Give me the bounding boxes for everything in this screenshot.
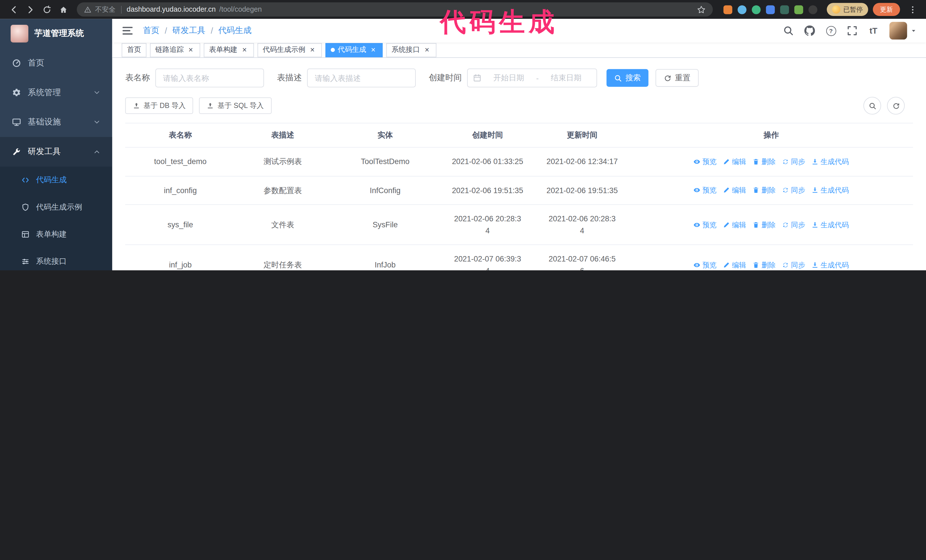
action-download[interactable]: 生成代码 [812,260,849,270]
tags-view: 首页 链路追踪× 表单构建× 代码生成示例× 代码生成× 系统接口× [112,42,926,58]
action-eye[interactable]: 预览 [693,185,717,195]
sidebar-item-infra[interactable]: 基础设施 [0,107,112,137]
column-header: 表名称 [125,123,235,147]
profile-chip[interactable]: 已暂停 [827,3,868,16]
action-edit[interactable]: 编辑 [723,185,746,195]
close-icon[interactable]: × [241,46,249,54]
sidebar-item-label: 系统接口 [36,257,67,267]
action-edit[interactable]: 编辑 [723,219,746,230]
sidebar-item-system-api[interactable]: 系统接口 [0,248,112,270]
sidebar-item-system[interactable]: 系统管理 [0,78,112,108]
home-button[interactable] [56,2,71,17]
page-content: 表名称 表描述 创建时间 开始日期 - 结束日期 搜索 [112,58,926,270]
security-label: 不安全 [95,5,116,14]
action-sync[interactable]: 同步 [782,219,805,230]
github-icon[interactable] [804,25,815,36]
user-menu[interactable] [889,22,916,39]
fullscreen-icon[interactable] [847,25,857,36]
refresh-table-button[interactable] [887,97,905,115]
breadcrumb-current: 代码生成 [218,25,251,36]
reload-icon [42,5,51,14]
sidebar-item-label: 表单构建 [36,229,67,240]
wrench-icon [12,147,21,156]
close-icon[interactable]: × [423,46,431,54]
tag-tracing[interactable]: 链路追踪× [150,43,200,57]
forward-button[interactable] [23,2,38,17]
caret-down-icon [911,28,917,34]
action-eye[interactable]: 预览 [693,219,717,230]
date-range-picker[interactable]: 开始日期 - 结束日期 [467,68,597,87]
sidebar-item-label: 代码生成 [36,175,67,186]
action-edit[interactable]: 编辑 [723,260,746,270]
hamburger-icon[interactable] [122,25,133,36]
update-button[interactable]: 更新 [873,3,900,16]
app-logo[interactable]: 芋道管理系统 [0,19,112,48]
font-size-icon[interactable]: tT [868,25,879,36]
sidebar-item-home[interactable]: 首页 [0,48,112,78]
action-sync[interactable]: 同步 [782,185,805,195]
warning-icon [84,6,91,14]
tag-home[interactable]: 首页 [122,43,147,57]
start-date-placeholder: 开始日期 [484,72,534,83]
action-trash[interactable]: 删除 [752,260,776,270]
tag-system-api[interactable]: 系统接口× [386,43,436,57]
extension-icon-5[interactable] [780,5,789,14]
tag-codegen-example[interactable]: 代码生成示例× [257,43,322,57]
extension-icon-2[interactable] [738,5,746,14]
extension-icon-4[interactable] [766,5,775,14]
extension-icon-6[interactable] [794,5,803,14]
back-button[interactable] [6,2,21,17]
action-eye[interactable]: 预览 [693,260,717,270]
close-icon[interactable]: × [308,46,316,54]
reset-button[interactable]: 重置 [656,69,699,87]
eye-icon [693,158,701,165]
search-icon[interactable] [783,25,793,36]
action-eye[interactable]: 预览 [693,156,717,167]
action-download[interactable]: 生成代码 [812,185,849,195]
cell-updated-time: 2021-02-07 06:46:5 6 [535,245,629,270]
reset-button-label: 重置 [675,72,690,83]
url-path: /tool/codegen [219,5,262,14]
import-db-button[interactable]: 基于 DB 导入 [125,97,193,114]
dashboard-icon [12,58,21,68]
action-download[interactable]: 生成代码 [812,219,849,230]
table-name-label: 表名称 [125,72,150,83]
sidebar-item-form-builder[interactable]: 表单构建 [0,221,112,248]
sidebar-item-codegen-example[interactable]: 代码生成示例 [0,194,112,221]
search-button[interactable]: 搜索 [607,69,649,87]
cell-table-name: inf_config [125,176,235,204]
sync-icon [782,221,789,228]
sidebar-item-devtools[interactable]: 研发工具 [0,137,112,167]
row-actions: 预览编辑删除同步生成代码 [629,260,913,270]
action-sync[interactable]: 同步 [782,260,805,270]
cell-entity: ToolTestDemo [330,148,440,175]
table-desc-input[interactable] [307,68,416,87]
action-sync[interactable]: 同步 [782,156,805,167]
toggle-search-button[interactable] [863,97,881,115]
close-icon[interactable]: × [187,46,195,54]
sidebar-item-codegen[interactable]: 代码生成 [0,167,112,194]
action-download[interactable]: 生成代码 [812,156,849,167]
extension-icon-3[interactable] [752,5,761,14]
action-trash[interactable]: 删除 [752,219,776,230]
extension-icon-1[interactable] [723,5,732,14]
action-trash[interactable]: 删除 [752,185,776,195]
action-trash[interactable]: 删除 [752,156,776,167]
breadcrumb-devtools[interactable]: 研发工具 [172,25,206,36]
close-icon[interactable]: × [369,46,377,54]
help-icon[interactable]: ? [826,25,836,36]
date-separator: - [536,74,539,82]
import-sql-button[interactable]: 基于 SQL 导入 [199,97,271,114]
reload-button[interactable] [39,2,54,17]
column-header: 创建时间 [440,123,535,147]
tag-form-builder[interactable]: 表单构建× [204,43,254,57]
browser-menu-button[interactable] [905,2,920,17]
action-edit[interactable]: 编辑 [723,156,746,167]
bookmark-star-icon[interactable] [697,5,706,14]
table-name-input[interactable] [155,68,264,87]
tag-codegen-active[interactable]: 代码生成× [325,43,383,57]
address-bar[interactable]: 不安全 dashboard.yudao.iocoder.cn/tool/code… [77,2,713,17]
breadcrumb-home[interactable]: 首页 [143,25,160,36]
extension-icon-7[interactable] [809,5,817,14]
url-divider [121,6,121,14]
